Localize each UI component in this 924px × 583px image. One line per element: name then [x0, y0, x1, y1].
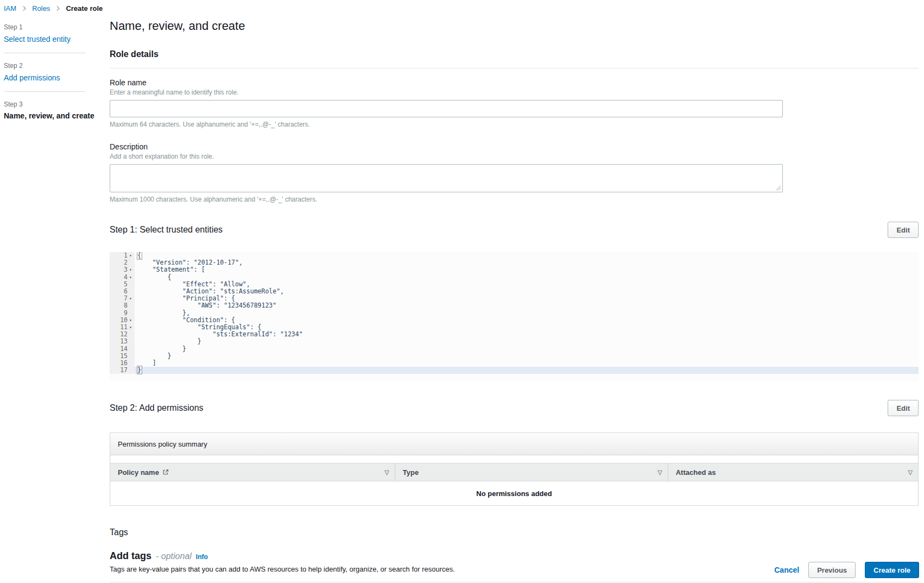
description-help: Add a short explanation for this role. — [110, 153, 919, 160]
column-label: Type — [403, 468, 419, 477]
fold-arrow-icon[interactable]: ▾ — [128, 324, 133, 331]
editor-line-4: 4▾ { — [110, 274, 919, 281]
create-role-button[interactable]: Create role — [865, 562, 919, 578]
step2-section-heading: Step 2: Add permissions — [110, 403, 204, 413]
breadcrumb-link-iam[interactable]: IAM — [4, 4, 16, 12]
breadcrumb-chevron-icon — [54, 5, 61, 12]
description-textarea[interactable] — [110, 164, 783, 192]
create-role-page: IAMRolesCreate role Step 1Select trusted… — [0, 0, 924, 583]
step1-edit-button[interactable]: Edit — [888, 222, 919, 238]
sidebar-step-group-1: Step 1Select trusted entity — [4, 20, 110, 52]
column-filter-icon[interactable]: ▽ — [908, 469, 913, 476]
description-constraint: Maximum 1000 characters. Use alphanumeri… — [110, 196, 919, 203]
editor-line-2: 2 "Version": "2012-10-17", — [110, 259, 919, 266]
editor-line-13: 13 } — [110, 338, 919, 345]
trust-policy-code-editor[interactable]: 1▾{2 "Version": "2012-10-17",3▾ "Stateme… — [110, 252, 919, 381]
editor-line-number: 14 — [110, 346, 135, 353]
editor-line-number: 3▾ — [110, 266, 135, 273]
column-filter-icon[interactable]: ▽ — [657, 469, 662, 476]
editor-line-number: 7▾ — [110, 295, 135, 302]
editor-line-17: 17} — [110, 367, 919, 374]
permissions-policy-panel: Permissions policy summary Policy name▽T… — [110, 432, 919, 506]
role-name-input[interactable] — [110, 100, 783, 117]
editor-line-number: 17 — [110, 367, 135, 374]
editor-code-text: "sts:ExternalId": "1234" — [135, 331, 919, 338]
sidebar-step-group-2: Step 2Add permissions — [4, 59, 110, 90]
column-label: Attached as — [676, 468, 716, 477]
editor-line-16: 16 ] — [110, 360, 919, 367]
divider — [110, 68, 919, 68]
editor-line-9: 9 }, — [110, 310, 919, 317]
editor-code-text: } — [135, 367, 919, 374]
role-name-help: Enter a meaningful name to identify this… — [110, 89, 919, 96]
sidebar-divider — [4, 53, 85, 53]
step1-section-heading: Step 1: Select trusted entities — [110, 225, 223, 235]
editor-code-text: "Version": "2012-10-17", — [135, 259, 919, 266]
panel-gap — [110, 455, 918, 463]
cancel-button[interactable]: Cancel — [774, 566, 799, 574]
column-header-policy-name: Policy name▽ — [110, 463, 395, 481]
column-header-attached-as: Attached as▽ — [668, 463, 918, 481]
editor-code-text: "Statement": [ — [135, 266, 919, 273]
add-tags-subheading: Add tags — [110, 550, 151, 562]
editor-code-text: }, — [135, 310, 919, 317]
external-link-icon[interactable] — [162, 469, 169, 475]
fold-arrow-icon[interactable]: ▾ — [128, 252, 133, 259]
sidebar-step-group-3: Step 3Name, review, and create — [4, 97, 110, 128]
breadcrumb-current-create-role: Create role — [66, 4, 103, 12]
tags-heading: Tags — [110, 528, 919, 537]
editor-line-number: 8 — [110, 302, 135, 309]
breadcrumb-chevron-icon — [21, 5, 28, 12]
sidebar-item-add-permissions[interactable]: Add permissions — [4, 73, 60, 82]
editor-line-number: 13 — [110, 338, 135, 345]
editor-line-8: 8 "AWS": "123456789123" — [110, 302, 919, 309]
column-header-type: Type▽ — [395, 463, 668, 481]
fold-arrow-icon[interactable]: ▾ — [128, 295, 133, 302]
editor-line-number: 4▾ — [110, 274, 135, 281]
editor-line-number: 1▾ — [110, 252, 135, 259]
breadcrumb: IAMRolesCreate role — [0, 0, 924, 12]
editor-line-14: 14 } — [110, 346, 919, 353]
add-tags-optional-label: - optional — [156, 551, 192, 561]
role-name-label: Role name — [110, 78, 919, 87]
wizard-footer-actions: Cancel Previous Create role — [774, 562, 919, 578]
description-label: Description — [110, 142, 919, 151]
sidebar-divider — [4, 91, 85, 92]
editor-code-text: { — [135, 274, 919, 281]
editor-line-number: 6 — [110, 288, 135, 295]
sidebar-item-select-trusted-entity[interactable]: Select trusted entity — [4, 35, 71, 43]
role-details-heading: Role details — [110, 49, 919, 59]
step2-edit-button[interactable]: Edit — [888, 400, 919, 416]
editor-code-text: "AWS": "123456789123" — [135, 302, 919, 309]
fold-arrow-icon[interactable]: ▾ — [128, 274, 133, 281]
tags-info-link[interactable]: Info — [196, 553, 208, 561]
page-title: Name, review, and create — [110, 19, 919, 33]
editor-line-number: 5 — [110, 281, 135, 288]
permissions-table-header: Policy name▽Type▽Attached as▽ — [110, 463, 918, 481]
fold-arrow-icon[interactable]: ▾ — [128, 266, 133, 273]
editor-code-text: "Action": "sts:AssumeRole", — [135, 288, 919, 295]
description-field-group: Description Add a short explanation for … — [110, 142, 919, 203]
editor-line-3: 3▾ "Statement": [ — [110, 266, 919, 273]
wizard-steps-sidebar: Step 1Select trusted entityStep 2Add per… — [0, 12, 110, 128]
editor-line-12: 12 "sts:ExternalId": "1234" — [110, 331, 919, 338]
editor-code-text: } — [135, 353, 919, 360]
editor-code-text: ] — [135, 360, 919, 367]
sidebar-step-number: Step 1 — [4, 23, 110, 31]
editor-code-text: } — [135, 346, 919, 353]
editor-line-number: 9 — [110, 310, 135, 317]
editor-code-text: } — [135, 338, 919, 345]
editor-line-number: 2 — [110, 259, 135, 266]
role-name-field-group: Role name Enter a meaningful name to ide… — [110, 78, 919, 128]
column-filter-icon[interactable]: ▽ — [384, 469, 389, 476]
breadcrumb-link-roles[interactable]: Roles — [32, 4, 50, 12]
editor-line-15: 15 } — [110, 353, 919, 360]
previous-button[interactable]: Previous — [808, 562, 856, 578]
fold-arrow-icon[interactable]: ▾ — [128, 317, 133, 324]
permissions-empty-message: No permissions added — [110, 481, 918, 505]
sidebar-item-name-review-and-create: Name, review, and create — [4, 111, 110, 120]
sidebar-step-number: Step 2 — [4, 62, 110, 70]
permissions-panel-title: Permissions policy summary — [110, 433, 918, 455]
role-name-constraint: Maximum 64 characters. Use alphanumeric … — [110, 121, 919, 128]
main-content: Name, review, and create Role details Ro… — [110, 12, 924, 583]
